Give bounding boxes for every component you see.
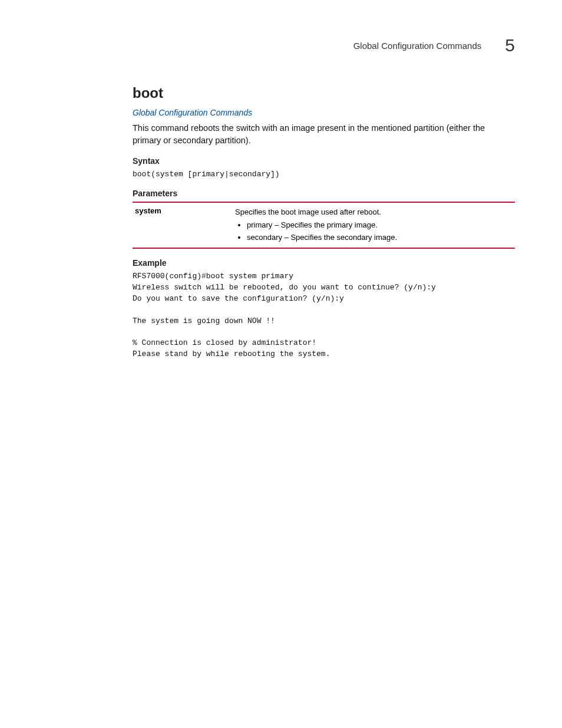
param-desc-text: Specifies the boot image used after rebo… xyxy=(235,207,381,216)
syntax-heading: Syntax xyxy=(133,156,515,166)
example-heading: Example xyxy=(133,258,515,268)
list-item: primary – Specifies the primary image. xyxy=(247,219,515,231)
param-description: Specifies the boot image used after rebo… xyxy=(235,206,515,244)
example-code: RFS7000(config)#boot system primary Wire… xyxy=(133,271,515,360)
header-title: Global Configuration Commands xyxy=(353,41,482,51)
param-bullets: primary – Specifies the primary image. s… xyxy=(235,219,515,243)
table-row: system Specifies the boot image used aft… xyxy=(133,206,515,244)
page-header: Global Configuration Commands 5 xyxy=(47,35,515,55)
breadcrumb-link[interactable]: Global Configuration Commands xyxy=(133,108,252,117)
section-description: This command reboots the switch with an … xyxy=(133,122,515,147)
parameters-heading: Parameters xyxy=(133,189,515,198)
parameters-table: system Specifies the boot image used aft… xyxy=(133,202,515,249)
content-area: boot Global Configuration Commands This … xyxy=(133,85,515,360)
page-container: Global Configuration Commands 5 boot Glo… xyxy=(0,0,562,403)
param-name: system xyxy=(133,206,235,215)
syntax-code: boot(system [primary|secondary]) xyxy=(133,169,515,180)
section-title: boot xyxy=(133,85,515,101)
list-item: secondary – Specifies the secondary imag… xyxy=(247,232,515,243)
chapter-number: 5 xyxy=(505,35,515,55)
